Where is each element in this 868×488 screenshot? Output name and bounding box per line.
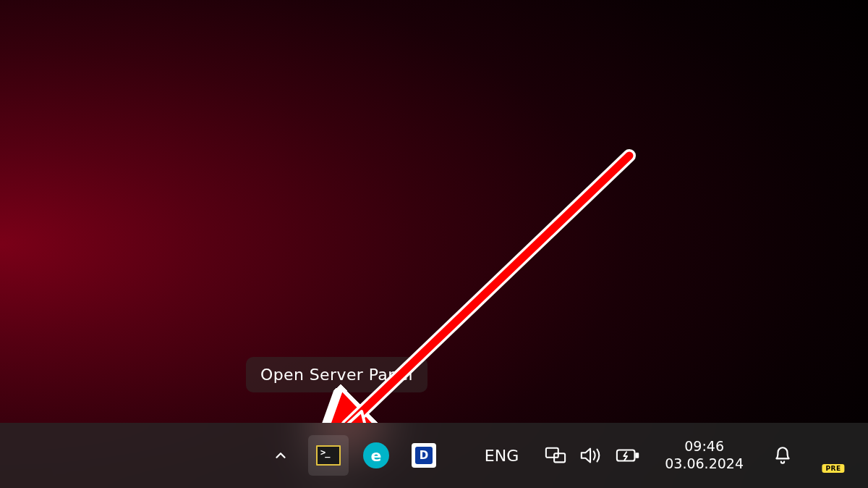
e-circle-icon: e: [362, 442, 390, 469]
terminal-icon: [315, 442, 342, 469]
tray-icon-open-server-panel[interactable]: [308, 435, 349, 476]
d-letter: D: [415, 447, 433, 464]
tray-overflow-button[interactable]: [260, 435, 301, 476]
clock-date: 03.06.2024: [665, 455, 744, 473]
language-indicator[interactable]: ENG: [475, 435, 529, 476]
bell-icon: [769, 442, 796, 469]
e-letter: e: [371, 447, 382, 465]
chevron-up-icon: [267, 442, 294, 469]
svg-marker-8: [582, 449, 590, 463]
annotation-arrow: [0, 0, 868, 488]
d-square-icon: D: [410, 442, 438, 469]
copilot-badge: PRE: [822, 464, 844, 473]
system-tray-left: e D: [260, 435, 444, 476]
svg-rect-10: [637, 453, 639, 458]
tooltip-text: Open Server Panel: [260, 366, 413, 384]
clock-time: 09:46: [684, 438, 724, 455]
copilot-button[interactable]: PRE: [813, 435, 854, 476]
language-text: ENG: [485, 447, 519, 465]
battery-icon: [616, 447, 640, 464]
volume-icon: [579, 445, 603, 466]
system-status-group[interactable]: [539, 435, 646, 476]
tray-icon-app-d[interactable]: D: [404, 435, 444, 476]
tray-tooltip: Open Server Panel: [246, 357, 427, 392]
taskbar: e D ENG: [0, 423, 868, 488]
clock[interactable]: 09:46 03.06.2024: [656, 435, 752, 476]
notifications-button[interactable]: [762, 435, 803, 476]
network-icon: [545, 445, 566, 466]
copilot-icon: PRE: [820, 439, 846, 471]
tray-icon-eset[interactable]: e: [356, 435, 396, 476]
system-tray-right: ENG: [475, 435, 854, 476]
